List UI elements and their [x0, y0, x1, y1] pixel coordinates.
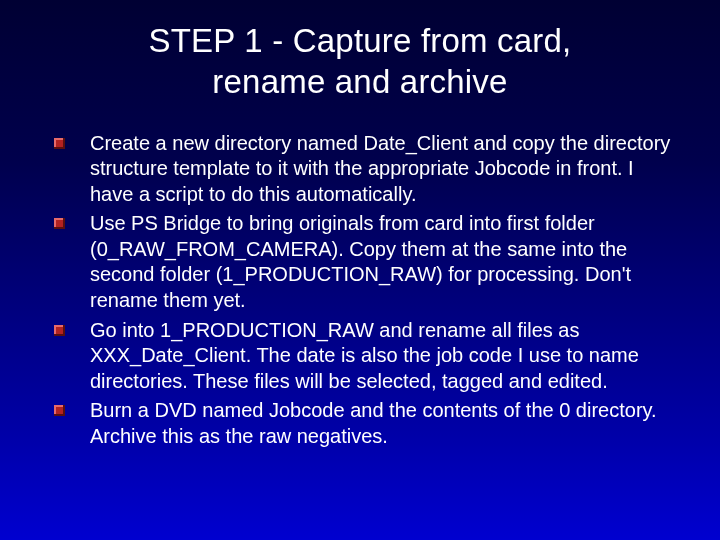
list-item: Go into 1_PRODUCTION_RAW and rename all … — [46, 318, 674, 395]
slide-body: Create a new directory named Date_Client… — [0, 113, 720, 450]
slide-title: STEP 1 - Capture from card, rename and a… — [0, 0, 720, 113]
list-item: Burn a DVD named Jobcode and the content… — [46, 398, 674, 449]
list-item: Create a new directory named Date_Client… — [46, 131, 674, 208]
list-item: Use PS Bridge to bring originals from ca… — [46, 211, 674, 313]
bullet-list: Create a new directory named Date_Client… — [46, 131, 674, 450]
slide: STEP 1 - Capture from card, rename and a… — [0, 0, 720, 540]
